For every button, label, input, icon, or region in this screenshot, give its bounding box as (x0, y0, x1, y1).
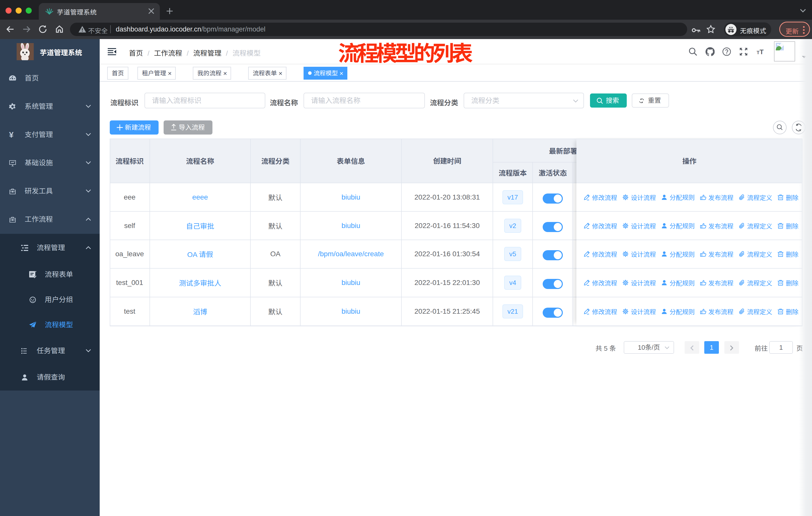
svg-text:T: T (757, 50, 760, 55)
svg-text:T: T (760, 48, 764, 55)
